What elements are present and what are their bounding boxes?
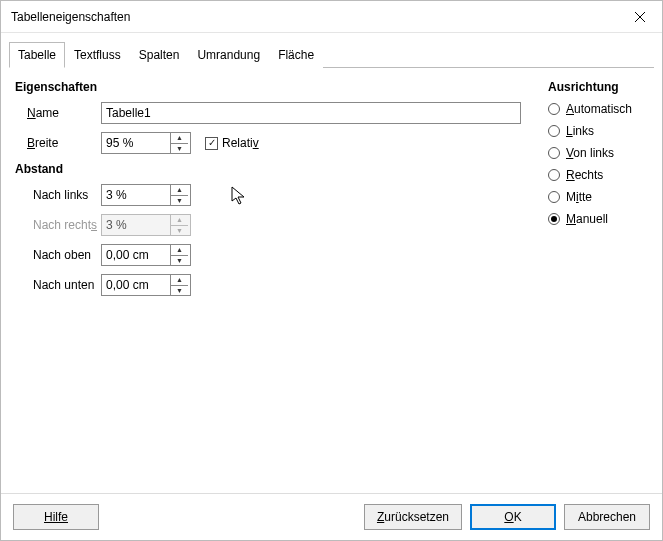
relative-checkbox[interactable]: ✓ (205, 137, 218, 150)
align-mitte-label: Mitte (566, 190, 592, 204)
relative-label: Relativ (222, 136, 259, 150)
spacing-below-label: Nach unten (15, 278, 101, 292)
reset-button[interactable]: Zurücksetzen (364, 504, 462, 530)
spacing-right-label: Nach rechts (15, 218, 101, 232)
spacing-below-up[interactable]: ▲ (171, 275, 188, 286)
spacing-left-spinner[interactable]: ▲ ▼ (101, 184, 191, 206)
ok-button[interactable]: OK (470, 504, 556, 530)
spacing-above-input[interactable] (102, 245, 170, 265)
radio-icon (548, 191, 560, 203)
spacing-below-down[interactable]: ▼ (171, 286, 188, 296)
align-manuell-label: Manuell (566, 212, 608, 226)
help-button[interactable]: Hilfe (13, 504, 99, 530)
radio-icon (548, 103, 560, 115)
section-spacing: Abstand (15, 162, 528, 176)
tab-umrandung[interactable]: Umrandung (188, 42, 269, 68)
close-button[interactable] (618, 1, 662, 33)
spacing-below-input[interactable] (102, 275, 170, 295)
spacing-right-up: ▲ (171, 215, 188, 226)
spacing-below-spinner[interactable]: ▲ ▼ (101, 274, 191, 296)
spacing-above-up[interactable]: ▲ (171, 245, 188, 256)
tab-spalten[interactable]: Spalten (130, 42, 189, 68)
tab-textfluss[interactable]: Textfluss (65, 42, 130, 68)
align-automatic[interactable]: Automatisch (548, 102, 648, 116)
name-label: Name (15, 106, 101, 120)
section-alignment: Ausrichtung (548, 80, 648, 94)
close-icon (635, 12, 645, 22)
window-title: Tabelleneigenschaften (11, 10, 618, 24)
align-manuell[interactable]: Manuell (548, 212, 648, 226)
radio-icon (548, 169, 560, 181)
align-links-label: Links (566, 124, 594, 138)
name-input[interactable] (101, 102, 521, 124)
tab-flaeche[interactable]: Fläche (269, 42, 323, 68)
align-links[interactable]: Links (548, 124, 648, 138)
spacing-above-label: Nach oben (15, 248, 101, 262)
spacing-right-input (102, 215, 170, 235)
width-spin-down[interactable]: ▼ (171, 144, 188, 154)
width-input[interactable] (102, 133, 170, 153)
section-properties: Eigenschaften (15, 80, 528, 94)
spacing-left-label: Nach links (15, 188, 101, 202)
cancel-button[interactable]: Abbrechen (564, 504, 650, 530)
align-mitte[interactable]: Mitte (548, 190, 648, 204)
spacing-above-down[interactable]: ▼ (171, 256, 188, 266)
tab-panel: Eigenschaften Name Breite ▲ ▼ ✓ Relativ (1, 68, 662, 478)
dialog-footer: Hilfe Zurücksetzen OK Abbrechen (1, 493, 662, 540)
width-spin-up[interactable]: ▲ (171, 133, 188, 144)
spacing-left-up[interactable]: ▲ (171, 185, 188, 196)
spacing-right-down: ▼ (171, 226, 188, 236)
align-rechts-label: Rechts (566, 168, 603, 182)
radio-icon (548, 125, 560, 137)
spacing-left-input[interactable] (102, 185, 170, 205)
relative-checkbox-wrap[interactable]: ✓ Relativ (205, 136, 259, 150)
align-von-links[interactable]: Von links (548, 146, 648, 160)
spacing-above-spinner[interactable]: ▲ ▼ (101, 244, 191, 266)
titlebar: Tabelleneigenschaften (1, 1, 662, 33)
tab-bar: Tabelle Textfluss Spalten Umrandung Fläc… (9, 41, 654, 68)
width-label: Breite (15, 136, 101, 150)
spacing-right-spinner: ▲ ▼ (101, 214, 191, 236)
radio-icon (548, 147, 560, 159)
width-spinner[interactable]: ▲ ▼ (101, 132, 191, 154)
tab-tabelle[interactable]: Tabelle (9, 42, 65, 68)
align-rechts[interactable]: Rechts (548, 168, 648, 182)
radio-icon (548, 213, 560, 225)
align-automatic-label: Automatisch (566, 102, 632, 116)
align-von-links-label: Von links (566, 146, 614, 160)
spacing-left-down[interactable]: ▼ (171, 196, 188, 206)
